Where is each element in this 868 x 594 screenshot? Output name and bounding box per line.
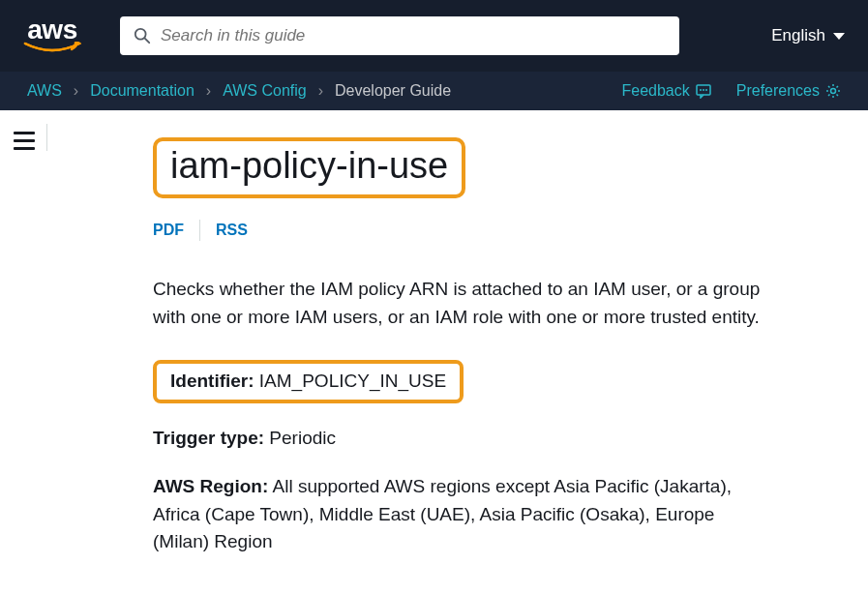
language-selector[interactable]: English xyxy=(771,26,845,45)
aws-logo[interactable]: aws xyxy=(23,16,81,55)
trigger-field: Trigger type: Periodic xyxy=(153,425,771,453)
main-content: iam-policy-in-use PDF RSS Checks whether… xyxy=(48,110,868,594)
aws-swoosh-icon xyxy=(23,42,81,55)
language-label: English xyxy=(771,26,825,45)
svg-point-4 xyxy=(703,89,704,91)
identifier-highlight-box: Identifier: IAM_POLICY_IN_USE xyxy=(153,360,464,403)
breadcrumb-documentation[interactable]: Documentation xyxy=(90,82,195,100)
feedback-link[interactable]: Feedback xyxy=(621,82,710,100)
breadcrumb-product[interactable]: AWS Config xyxy=(223,82,307,100)
pdf-link[interactable]: PDF xyxy=(153,222,184,239)
sidebar xyxy=(0,110,48,594)
breadcrumb-aws[interactable]: AWS xyxy=(27,82,62,100)
breadcrumb-current: Developer Guide xyxy=(335,82,451,100)
divider xyxy=(199,220,200,241)
svg-point-6 xyxy=(831,89,836,94)
format-links: PDF RSS xyxy=(153,220,771,241)
chevron-right-icon: › xyxy=(74,82,78,100)
region-field: AWS Region: All supported AWS regions ex… xyxy=(153,473,771,556)
aws-logo-text: aws xyxy=(27,16,76,44)
feedback-label: Feedback xyxy=(621,82,689,100)
chat-icon xyxy=(696,83,711,99)
title-highlight-box: iam-policy-in-use xyxy=(153,137,465,198)
menu-toggle[interactable] xyxy=(14,132,35,150)
preferences-label: Preferences xyxy=(736,82,820,100)
chevron-right-icon: › xyxy=(206,82,211,100)
rss-link[interactable]: RSS xyxy=(216,222,248,239)
preferences-link[interactable]: Preferences xyxy=(736,82,841,100)
gear-icon xyxy=(825,83,841,99)
description: Checks whether the IAM policy ARN is att… xyxy=(153,276,771,331)
search-icon xyxy=(134,27,151,45)
svg-point-0 xyxy=(135,29,146,40)
search-box[interactable] xyxy=(120,16,679,55)
divider xyxy=(46,124,47,151)
chevron-right-icon: › xyxy=(318,82,323,100)
identifier-field: Identifier: IAM_POLICY_IN_USE xyxy=(170,368,446,396)
svg-line-1 xyxy=(145,39,150,44)
search-input[interactable] xyxy=(161,26,666,45)
breadcrumb-actions: Feedback Preferences xyxy=(621,82,841,100)
svg-point-3 xyxy=(700,89,702,91)
page-title: iam-policy-in-use xyxy=(170,145,448,187)
caret-down-icon xyxy=(833,33,845,40)
body-wrap: iam-policy-in-use PDF RSS Checks whether… xyxy=(0,110,868,594)
breadcrumb-bar: AWS › Documentation › AWS Config › Devel… xyxy=(0,72,868,110)
top-bar: aws English xyxy=(0,0,868,72)
svg-point-5 xyxy=(705,89,707,91)
